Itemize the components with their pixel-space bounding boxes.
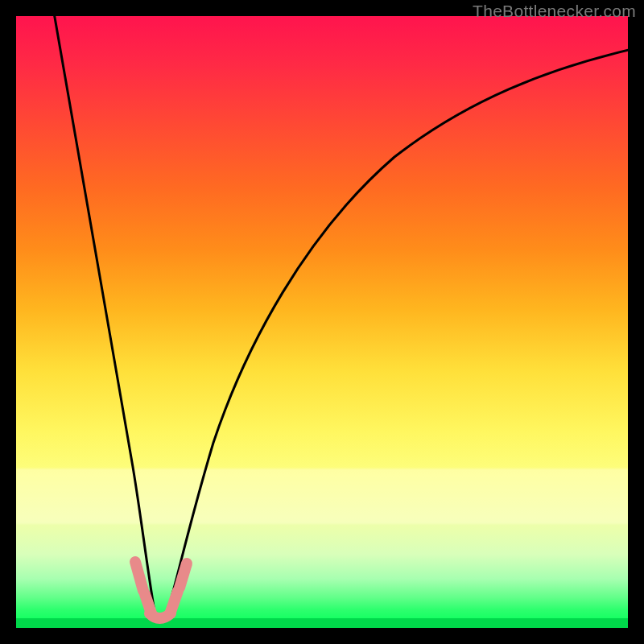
bottleneck-curve bbox=[16, 16, 628, 628]
plot-area bbox=[16, 16, 628, 628]
chart-frame: TheBottlenecker.com bbox=[0, 0, 644, 644]
v-curve-path bbox=[53, 16, 628, 619]
watermark-text: TheBottlenecker.com bbox=[473, 2, 636, 21]
notch-highlight bbox=[135, 562, 187, 618]
